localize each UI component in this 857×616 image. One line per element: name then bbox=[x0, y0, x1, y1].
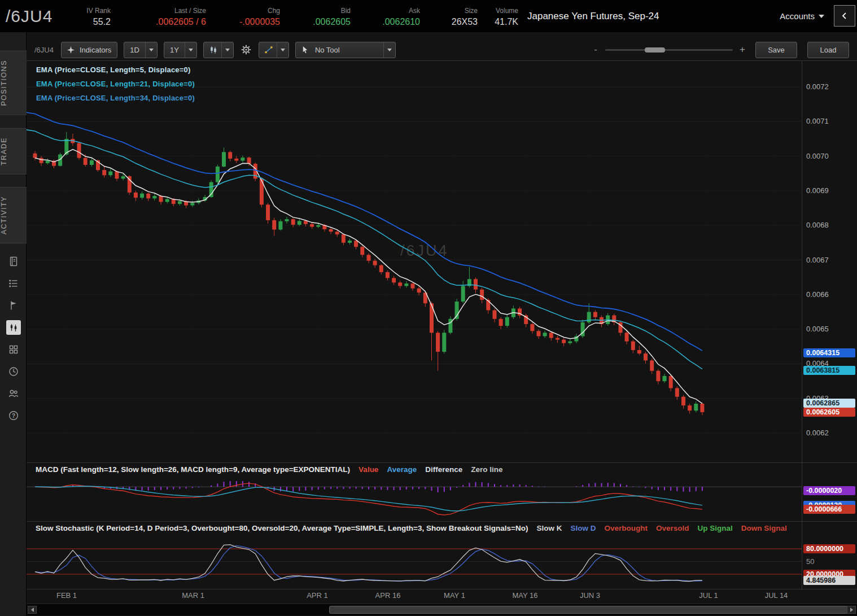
chevron-down-icon bbox=[189, 49, 193, 51]
price-axis-tick: 0.0067 bbox=[806, 256, 829, 264]
sidebar-icon-alerts[interactable] bbox=[6, 298, 21, 313]
quote-stat-value: 55.2 bbox=[93, 15, 111, 28]
range-dropdown[interactable]: 1Y bbox=[164, 42, 197, 58]
grid-icon bbox=[8, 344, 19, 355]
candlestick-chart: /6JU4 bbox=[27, 61, 802, 462]
indicators-label: Indicators bbox=[78, 46, 117, 54]
chart-toolbar: /6JU4 Indicators 1D 1Y bbox=[34, 41, 849, 58]
stochastic-axis-bubble: 4.845986 bbox=[803, 576, 855, 585]
sidebar-icon-orders[interactable] bbox=[6, 276, 21, 291]
stochastic-axis-label: 50 bbox=[806, 557, 814, 566]
scroll-left-button[interactable] bbox=[28, 606, 37, 614]
quote-stat-value: 26X53 bbox=[452, 15, 478, 28]
stochastic-legend-item: Up Signal bbox=[697, 524, 732, 532]
stochastic-legend-item: Oversold bbox=[656, 524, 689, 532]
price-chart-canvas[interactable]: /6JU4 EMA (Price=CLOSE, Length=5, Displa… bbox=[27, 61, 802, 462]
chevron-down-icon bbox=[225, 49, 230, 51]
time-axis-label: APR 1 bbox=[299, 591, 335, 600]
sidebar-icon-journal[interactable] bbox=[6, 254, 21, 269]
quote-stat: Size26X53 bbox=[420, 4, 478, 28]
sidebar-icon-charts[interactable] bbox=[6, 320, 21, 335]
sidebar-tab-activity[interactable]: ACTIVITY bbox=[0, 187, 27, 243]
chevron-down-icon bbox=[387, 49, 392, 51]
sidebar-tab-trade[interactable]: TRADE bbox=[0, 128, 27, 174]
save-button[interactable]: Save bbox=[755, 42, 797, 58]
trading-app: /6JU4 IV Rank55.2Last / Size.0062605 / 6… bbox=[0, 0, 857, 616]
chevron-left-icon bbox=[840, 11, 849, 20]
dropdown-caret bbox=[383, 42, 395, 58]
price-axis-tick: 0.0066 bbox=[806, 290, 829, 299]
macd-title-row: MACD (Fast length=12, Slow length=26, MA… bbox=[36, 465, 798, 474]
zoom-control: - + bbox=[592, 44, 746, 55]
flag-icon bbox=[8, 300, 19, 311]
instrument-title: Japanese Yen Futures, Sep-24 bbox=[527, 11, 659, 22]
macd-legend-item: Value bbox=[358, 465, 378, 474]
quote-stat-label: Size bbox=[465, 6, 478, 15]
chart-scrollbar[interactable] bbox=[27, 604, 857, 615]
quote-stat: Last / Size.0062605 / 6 bbox=[111, 4, 206, 28]
zoom-out-button[interactable]: - bbox=[592, 44, 599, 55]
macd-pane[interactable]: MACD (Fast length=12, Slow length=26, MA… bbox=[27, 463, 802, 521]
dropdown-caret bbox=[221, 42, 233, 58]
trendline-drawing-icon bbox=[259, 45, 277, 54]
settings-gear-button[interactable] bbox=[240, 45, 252, 55]
stochastic-pane[interactable]: Slow Stochastic (K Period=14, D Period=3… bbox=[27, 522, 802, 589]
triangle-left-icon bbox=[31, 608, 34, 612]
sidebar-icon-history[interactable] bbox=[6, 364, 21, 379]
indicators-button[interactable]: Indicators bbox=[61, 42, 117, 58]
gear-icon bbox=[241, 45, 251, 55]
stochastic-legend-item: Down Signal bbox=[741, 524, 787, 532]
time-axis-label: JUN 3 bbox=[572, 591, 608, 600]
svg-text:?: ? bbox=[11, 413, 15, 419]
quote-stat: Ask.0062610 bbox=[351, 4, 420, 28]
price-axis-bubble: 0.0063815 bbox=[803, 366, 855, 375]
triangle-right-icon bbox=[850, 608, 853, 612]
load-label: Load bbox=[815, 46, 842, 54]
zoom-in-button[interactable]: + bbox=[739, 44, 746, 55]
scroll-right-button[interactable] bbox=[847, 606, 856, 614]
active-tool-dropdown[interactable]: No Tool bbox=[295, 42, 396, 58]
quote-stat-value: .0062605 bbox=[313, 15, 351, 28]
quote-stat-value: -.0000035 bbox=[239, 15, 280, 28]
time-axis[interactable]: FEB 1MAR 1APR 1APR 16MAY 1MAY 16JUN 3JUL… bbox=[27, 590, 802, 601]
macd-legend: ValueAverageDifferenceZero line bbox=[350, 465, 502, 474]
macd-legend-item: Average bbox=[387, 465, 417, 474]
quote-stat-value: .0062610 bbox=[382, 15, 420, 28]
macd-chart bbox=[27, 478, 802, 518]
ema-legend-line-0: EMA (Price=CLOSE, Length=5, Displace=0) bbox=[36, 65, 195, 74]
sidebar-icon-community[interactable] bbox=[6, 386, 21, 401]
sidebar-icon-help[interactable]: ? bbox=[6, 408, 21, 423]
quote-header: /6JU4 IV Rank55.2Last / Size.0062605 / 6… bbox=[0, 0, 857, 32]
pane-separator bbox=[27, 589, 857, 589]
list-icon bbox=[8, 278, 19, 289]
load-button[interactable]: Load bbox=[807, 42, 849, 58]
dropdown-caret bbox=[145, 42, 157, 58]
accounts-dropdown[interactable]: Accounts bbox=[780, 11, 824, 21]
price-axis[interactable]: 0.00720.00710.00700.00690.00680.00670.00… bbox=[802, 61, 857, 589]
quote-stat-label: IV Rank bbox=[86, 6, 111, 15]
quote-stat-label: Chg bbox=[268, 6, 280, 15]
time-axis-label: MAR 1 bbox=[175, 591, 211, 600]
drawing-tools-dropdown[interactable] bbox=[259, 42, 289, 58]
price-axis-bubble: 0.0062865 bbox=[803, 399, 855, 408]
sidebar-tab-positions[interactable]: POSITIONS bbox=[0, 51, 27, 115]
collapse-panel-button[interactable] bbox=[834, 5, 855, 27]
quote-stat-label: Volume bbox=[496, 6, 518, 15]
chevron-down-icon bbox=[819, 15, 824, 18]
save-label: Save bbox=[762, 46, 790, 54]
svg-text:/6JU4: /6JU4 bbox=[400, 242, 449, 259]
sidebar-icon-apps[interactable] bbox=[6, 342, 21, 357]
chart-type-dropdown[interactable] bbox=[203, 42, 234, 58]
accounts-label: Accounts bbox=[780, 11, 815, 21]
chart-icon bbox=[8, 322, 19, 333]
zoom-slider-handle[interactable] bbox=[645, 47, 665, 53]
stochastic-legend-item: Overbought bbox=[604, 524, 648, 532]
clock-icon bbox=[8, 366, 19, 377]
quote-stat-value: 41.7K bbox=[495, 15, 518, 28]
sidebar-icons: ? bbox=[0, 254, 27, 423]
scrollbar-thumb[interactable] bbox=[329, 606, 850, 614]
timeframe-dropdown[interactable]: 1D bbox=[124, 42, 158, 58]
zoom-slider[interactable] bbox=[605, 49, 733, 51]
chart-region: /6JU4 Indicators 1D 1Y bbox=[27, 32, 857, 616]
quote-stat-label: Last / Size bbox=[174, 6, 206, 15]
